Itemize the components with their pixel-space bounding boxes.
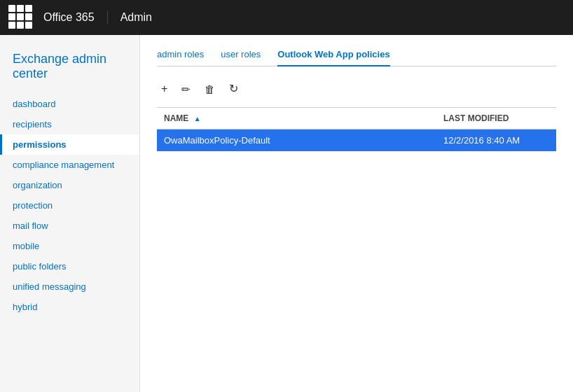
delete-icon: 🗑 (205, 84, 215, 94)
refresh-button[interactable]: ↻ (225, 80, 242, 97)
col-header-name[interactable]: NAME ▲ (157, 108, 436, 130)
sidebar-item-protection[interactable]: protection (0, 195, 139, 216)
top-bar: Office 365 Admin (0, 0, 573, 35)
cell-policy-name: OwaMailboxPolicy-Default (157, 130, 436, 152)
waffle-icon[interactable] (8, 5, 34, 30)
sidebar-item-hybrid[interactable]: hybrid (0, 297, 139, 317)
tab-user-roles[interactable]: user roles (221, 49, 261, 66)
page-layout: Exchange admin center dashboard recipien… (0, 35, 573, 392)
sidebar-item-organization[interactable]: organization (0, 175, 139, 195)
section-title: Admin (120, 11, 152, 24)
edit-icon: ✏ (181, 84, 191, 94)
sidebar-item-mobile[interactable]: mobile (0, 236, 139, 256)
sidebar-item-permissions[interactable]: permissions (0, 134, 139, 155)
sidebar-item-recipients[interactable]: recipients (0, 114, 139, 134)
col-header-last-modified: LAST MODIFIED (436, 108, 556, 130)
sort-arrow-icon: ▲ (194, 115, 201, 122)
refresh-icon: ↻ (229, 83, 238, 94)
add-button[interactable]: + (157, 80, 172, 97)
policies-table: NAME ▲ LAST MODIFIED OwaMailboxPolicy-De… (157, 107, 556, 151)
page-title-area: Exchange admin center (0, 42, 139, 88)
edit-button[interactable]: ✏ (177, 81, 195, 97)
cell-last-modified: 12/2/2016 8:40 AM (436, 130, 556, 152)
tabs: admin roles user roles Outlook Web App p… (157, 49, 556, 66)
page-title: Exchange admin center (13, 52, 127, 81)
delete-button[interactable]: 🗑 (200, 81, 219, 97)
sidebar-item-dashboard[interactable]: dashboard (0, 94, 139, 114)
sidebar-item-compliance[interactable]: compliance management (0, 155, 139, 175)
tab-admin-roles[interactable]: admin roles (157, 49, 204, 66)
product-title: Office 365 (43, 11, 108, 24)
tab-owa-policies[interactable]: Outlook Web App policies (277, 49, 389, 66)
toolbar: + ✏ 🗑 ↻ (157, 80, 556, 97)
sidebar-item-public-folders[interactable]: public folders (0, 256, 139, 276)
table-row[interactable]: OwaMailboxPolicy-Default 12/2/2016 8:40 … (157, 130, 556, 152)
sidebar-item-mail-flow[interactable]: mail flow (0, 216, 139, 236)
sidebar: Exchange admin center dashboard recipien… (0, 35, 140, 392)
main-content: admin roles user roles Outlook Web App p… (140, 35, 573, 392)
sidebar-nav: dashboard recipients permissions complia… (0, 94, 139, 317)
sidebar-item-unified-messaging[interactable]: unified messaging (0, 276, 139, 297)
